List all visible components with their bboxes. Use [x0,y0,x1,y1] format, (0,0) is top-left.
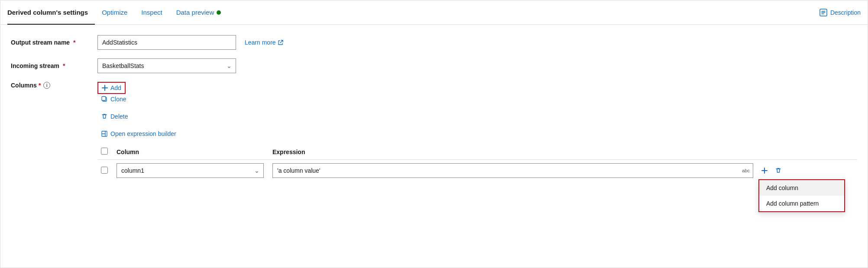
output-stream-label: Output stream name * [11,39,97,46]
delete-button[interactable]: Delete [97,111,131,122]
select-all-checkbox[interactable] [101,148,108,155]
incoming-stream-select-wrapper: BasketballStats ⌄ [97,58,236,73]
row-column-cell: column1 ⌄ [113,160,269,182]
delete-icon [101,113,108,120]
learn-more-link[interactable]: Learn more [245,39,284,46]
clone-icon [101,96,108,103]
toolbar-area: Add Clone [97,82,857,139]
expression-builder-icon [101,130,108,137]
toolbar: Add [97,82,126,94]
expression-input-wrapper: abc [272,163,753,178]
columns-content: Add Clone [97,82,857,181]
tab-inspect-label: Inspect [141,9,162,16]
header-checkbox-cell [97,144,113,160]
main-content: Output stream name * Learn more Incoming… [0,25,868,200]
tab-optimize[interactable]: Optimize [95,0,134,25]
add-column-option[interactable]: Add column [759,180,844,196]
tab-optimize-label: Optimize [102,9,127,16]
data-preview-dot [217,10,221,15]
output-stream-input[interactable] [97,35,236,50]
row-expression-cell: abc [269,160,857,182]
columns-table: Column Expression [97,144,857,181]
table-header-row: Column Expression [97,144,857,160]
add-column-pattern-option[interactable]: Add column pattern [759,196,844,211]
tab-settings[interactable]: Derived column's settings [7,0,95,25]
description-icon [819,8,828,17]
add-icon [102,85,108,91]
add-button[interactable]: Add [98,83,125,93]
incoming-stream-row: Incoming stream * BasketballStats ⌄ [11,58,857,73]
svg-rect-2 [102,97,106,100]
description-label: Description [830,9,861,16]
tab-datapreview[interactable]: Data preview [169,0,228,25]
expression-input[interactable] [272,163,753,178]
row-checkbox-cell [97,160,113,182]
header-column: Column [113,144,269,160]
row-actions: Add column Add column pattern [758,165,854,176]
output-stream-row: Output stream name * Learn more [11,35,857,50]
row-delete-icon [775,167,782,174]
row-add-button[interactable] [758,165,771,176]
row-delete-button[interactable] [772,165,784,176]
expression-builder-button[interactable]: Open expression builder [97,129,180,139]
expression-cell: abc [272,163,854,178]
columns-row: Columns * i Add [11,82,857,181]
tab-settings-label: Derived column's settings [7,9,88,16]
expression-type-badge: abc [742,168,750,173]
tab-datapreview-label: Data preview [176,9,214,16]
row-actions-dropdown: Add column Add column pattern [758,179,845,212]
clone-button[interactable]: Clone [97,94,130,104]
columns-label: Columns * i [11,82,97,89]
incoming-stream-label: Incoming stream * [11,62,97,69]
description-button[interactable]: Description [819,8,861,17]
table-row: column1 ⌄ abc [97,160,857,182]
row-add-icon [761,167,768,174]
column-name-select[interactable]: column1 [117,163,264,178]
app-container: Derived column's settings Optimize Inspe… [0,0,868,268]
column-select-wrapper: column1 ⌄ [117,163,264,178]
tab-bar: Derived column's settings Optimize Inspe… [0,0,868,25]
external-link-icon [278,39,284,45]
row-checkbox[interactable] [101,167,108,174]
columns-info-icon[interactable]: i [43,82,50,89]
tab-inspect[interactable]: Inspect [134,0,169,25]
incoming-stream-select[interactable]: BasketballStats [97,58,236,73]
header-expression: Expression [269,144,857,160]
